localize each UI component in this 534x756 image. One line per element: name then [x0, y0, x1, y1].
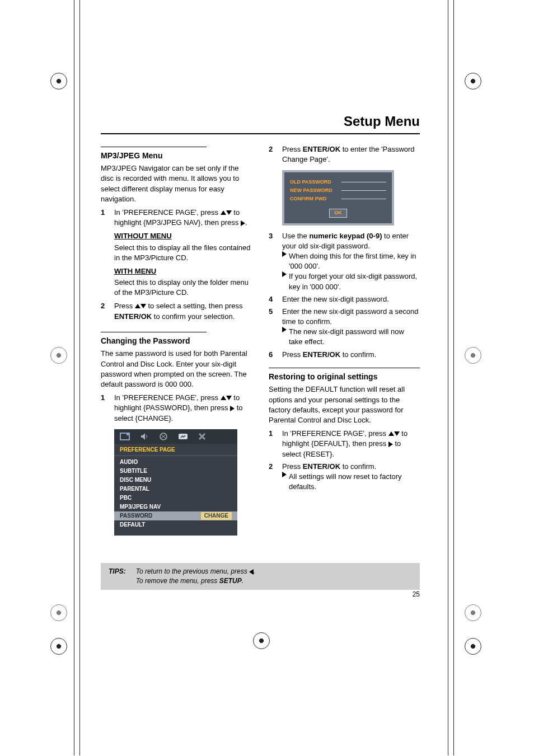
crop-line [453, 0, 454, 755]
text: Press [282, 145, 303, 153]
text: All settings will now reset to factory d… [289, 472, 420, 492]
step-number: 4 [269, 294, 277, 304]
video-icon [159, 433, 168, 440]
new-password-row: NEW PASSWORD [290, 186, 386, 195]
confirm-password-row: CONFIRM PWD [290, 195, 386, 203]
text: to confirm. [340, 350, 376, 359]
osd-row: SUBTITLE [114, 467, 237, 476]
step-text: Enter the new six-digit password. [282, 294, 420, 304]
ok-button-row: OK [290, 209, 386, 218]
without-menu-heading: WITHOUT MENU [114, 231, 252, 241]
down-arrow-icon [226, 210, 232, 215]
bullet: The new six-digit password will now take… [282, 327, 420, 347]
step-1: 1 In 'PREFERENCE PAGE', press to highlig… [101, 208, 252, 228]
osd-row: DEFAULT [114, 520, 237, 529]
down-arrow-icon [226, 396, 232, 400]
registration-mark-icon [50, 347, 67, 364]
osd-list: AUDIO SUBTITLE DISC MENU PARENTAL PBC MP… [114, 456, 237, 531]
password-change-dialog: OLD PASSWORD NEW PASSWORD CONFIRM PWD OK [282, 170, 394, 226]
up-arrow-icon [135, 304, 140, 308]
step-text: In 'PREFERENCE PAGE', press to highlight… [114, 208, 252, 228]
osd-row: MP3/JPEG NAV [114, 503, 237, 511]
crop-line [448, 0, 448, 755]
text: In 'PREFERENCE PAGE', press [114, 208, 221, 217]
step-number: 2 [269, 144, 277, 165]
text: Use the [282, 232, 309, 240]
page-title: Setup Menu [101, 112, 420, 134]
text: to select a setting, then press [146, 302, 243, 310]
osd-title: PREFERENCE PAGE [114, 444, 237, 456]
registration-mark-icon [50, 604, 67, 621]
page-number: 25 [101, 590, 420, 599]
step-text: In 'PREFERENCE PAGE', press to highlight… [114, 393, 252, 424]
mp3-jpeg-heading: MP3/JPEG Menu [101, 151, 252, 162]
osd-row: PBC [114, 494, 237, 503]
audio-icon [140, 433, 149, 440]
step-number: 5 [269, 307, 277, 348]
text: If you forget your old six-digit passwor… [289, 271, 420, 292]
text-bold: numeric keypad (0-9) [309, 232, 382, 240]
step-number: 1 [101, 208, 109, 228]
registration-mark-icon [50, 73, 67, 90]
step-number: 1 [269, 429, 277, 459]
osd-icon-row [114, 429, 237, 444]
tips-label: TIPS: [109, 567, 126, 586]
changing-password-intro: The same password is used for both Paren… [101, 349, 252, 389]
with-menu-heading: WITH MENU [114, 266, 252, 276]
step-number: 2 [269, 462, 277, 492]
text: To remove the menu, press [136, 577, 219, 585]
step-text: Press to select a setting, then press EN… [114, 301, 252, 321]
step-4-pw: 4 Enter the new six-digit password. [269, 294, 420, 304]
bullet: When doing this for the first time, key … [282, 251, 420, 271]
tips-line-1: To return to the previous menu, press . [136, 567, 256, 576]
step-text: Enter the new six-digit password a secon… [282, 307, 420, 348]
text: In 'PREFERENCE PAGE', press [282, 429, 388, 438]
page-content: Setup Menu MP3/JPEG Menu MP3/JPEG Naviga… [101, 112, 420, 541]
step-1-restore: 1 In 'PREFERENCE PAGE', press to highlig… [269, 429, 420, 459]
with-menu-text: Select this to display only the folder m… [114, 278, 252, 298]
close-icon [198, 433, 206, 440]
step-2-pw: 2 Press ENTER/OK to enter the 'Password … [269, 144, 420, 165]
tips-bar: TIPS: To return to the previous menu, pr… [101, 563, 420, 590]
registration-mark-icon [465, 604, 481, 621]
step-3-pw: 3 Use the numeric keypad (0-9) to enter … [269, 231, 420, 292]
restoring-heading: Restoring to original settings [269, 372, 420, 383]
right-arrow-icon [282, 327, 287, 332]
text-bold: ENTER/OK [303, 145, 340, 153]
step-number: 3 [269, 231, 277, 292]
right-arrow-icon [282, 271, 287, 277]
text-bold: ENTER/OK [114, 312, 152, 321]
ok-button: OK [329, 209, 347, 218]
up-arrow-icon [221, 210, 226, 215]
down-arrow-icon [140, 304, 146, 308]
step-5-pw: 5 Enter the new six-digit password a sec… [269, 307, 420, 348]
preference-icon [178, 433, 188, 440]
registration-mark-icon [465, 73, 481, 90]
osd-row: AUDIO [114, 458, 237, 467]
step-1-pw: 1 In 'PREFERENCE PAGE', press to highlig… [101, 393, 252, 424]
text: . [242, 577, 243, 585]
text: . [245, 218, 247, 227]
general-icon [120, 433, 130, 440]
text: . [254, 567, 255, 575]
left-arrow-icon [249, 569, 254, 575]
text-bold: ENTER/OK [303, 350, 340, 359]
step-text: Press ENTER/OK to confirm. All settings … [282, 462, 420, 492]
right-arrow-icon [282, 472, 287, 477]
registration-mark-icon [465, 347, 481, 364]
step-6-pw: 6 Press ENTER/OK to confirm. [269, 350, 420, 360]
changing-password-heading: Changing the Password [101, 336, 252, 347]
right-arrow-icon [230, 406, 235, 411]
osd-row-selected: PASSWORDCHANGE [114, 511, 237, 520]
crop-line [79, 0, 80, 755]
step-number: 2 [101, 301, 109, 321]
up-arrow-icon [221, 396, 226, 400]
step-text: Press ENTER/OK to confirm. [282, 350, 420, 360]
svg-rect-1 [127, 433, 129, 435]
registration-mark-icon [465, 638, 481, 655]
osd-row: DISC MENU [114, 476, 237, 485]
restoring-intro: Setting the DEFAULT function will reset … [269, 384, 420, 425]
text: to confirm. [340, 462, 376, 471]
text: Press [114, 302, 135, 310]
left-column: MP3/JPEG Menu MP3/JPEG Navigator can be … [101, 142, 252, 541]
